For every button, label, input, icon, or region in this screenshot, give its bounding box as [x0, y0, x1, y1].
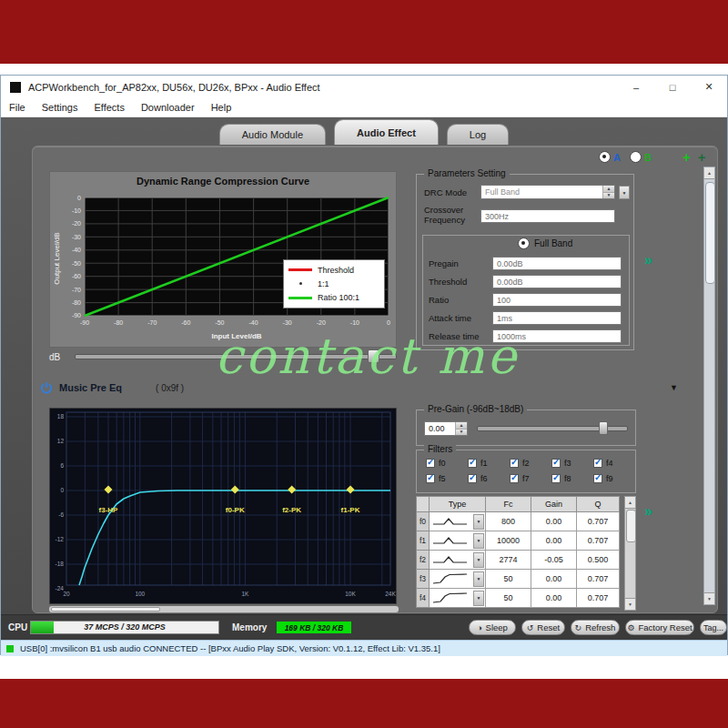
filter-checkbox-f4[interactable]: f4: [593, 459, 635, 468]
dropdown-arrow-icon[interactable]: [473, 533, 484, 549]
filter-type-dropdown-f2[interactable]: [430, 551, 486, 570]
fc-cell-f4[interactable]: 50: [486, 589, 531, 608]
checkbox-icon[interactable]: [551, 459, 561, 468]
svg-text:6: 6: [60, 462, 64, 469]
menu-help[interactable]: Help: [203, 102, 240, 113]
q-cell-f1[interactable]: 0.707: [577, 531, 620, 551]
fc-cell-f3[interactable]: 50: [486, 570, 531, 589]
checkbox-icon[interactable]: [593, 459, 602, 468]
add-preset-icon[interactable]: +: [682, 152, 691, 162]
filter-checkbox-f7[interactable]: f7: [510, 474, 551, 483]
add-preset-secondary-icon[interactable]: +: [698, 152, 706, 162]
gain-cell-f4[interactable]: 0.00: [531, 589, 577, 608]
checkbox-icon[interactable]: [593, 474, 602, 483]
table-scrollbar-thumb[interactable]: [626, 510, 636, 542]
svg-text:-80: -80: [114, 319, 123, 326]
filter-type-dropdown-f0[interactable]: [430, 512, 486, 531]
table-scroll-down-icon[interactable]: [625, 598, 635, 610]
gain-cell-f2[interactable]: -0.05: [531, 551, 577, 570]
minimize-button[interactable]: –: [618, 76, 654, 98]
drc-db-slider-handle[interactable]: [368, 349, 379, 363]
sleep-button[interactable]: ◑ Sleep: [469, 620, 516, 635]
table-scrollbar[interactable]: [624, 496, 636, 611]
checkbox-icon[interactable]: [426, 474, 435, 483]
dropdown-arrow-icon[interactable]: [473, 514, 484, 530]
pre-gain-slider[interactable]: [477, 426, 628, 431]
drc-mode-down-icon[interactable]: [603, 192, 614, 199]
drc-db-slider[interactable]: [75, 354, 397, 359]
filter-type-dropdown-f3[interactable]: [430, 570, 486, 589]
panel-scrollbar-thumb[interactable]: [705, 182, 715, 284]
menu-settings[interactable]: Settings: [34, 102, 86, 113]
checkbox-icon[interactable]: [510, 459, 519, 468]
drc-mode-spinner[interactable]: Full Band: [480, 185, 615, 199]
fc-cell-f2[interactable]: 2774: [486, 551, 531, 570]
q-cell-f2[interactable]: 0.500: [577, 551, 620, 570]
filter-checkbox-f3[interactable]: f3: [551, 459, 593, 468]
release-time-input[interactable]: 1000ms: [492, 329, 622, 343]
pre-gain-slider-handle[interactable]: [599, 421, 608, 435]
checkbox-icon[interactable]: [551, 474, 561, 483]
filter-checkbox-f5[interactable]: f5: [426, 474, 468, 483]
title-bar[interactable]: ACPWorkbench_for_AP82xx, DU56x, DU26x, B…: [1, 76, 727, 98]
fc-cell-f0[interactable]: 800: [486, 512, 531, 531]
filter-checkbox-f9[interactable]: f9: [593, 474, 635, 483]
filter-type-dropdown-f4[interactable]: [430, 589, 486, 608]
panel-scrollbar[interactable]: [703, 167, 715, 605]
panel-scroll-up-icon[interactable]: [704, 167, 714, 179]
checkbox-icon[interactable]: [468, 474, 477, 483]
dropdown-arrow-icon[interactable]: [473, 571, 484, 587]
menu-file[interactable]: File: [1, 102, 34, 113]
crossover-frequency-input[interactable]: 300Hz: [480, 209, 615, 223]
filter-checkbox-f2[interactable]: f2: [510, 459, 551, 468]
filter-checkbox-f0[interactable]: f0: [426, 459, 468, 468]
ratio-input[interactable]: 100: [492, 293, 622, 307]
tab-audio-effect[interactable]: Audio Effect: [334, 119, 439, 145]
panel-scroll-down-icon[interactable]: [704, 592, 714, 604]
factory-reset-button[interactable]: ⚙ Factory Reset: [625, 620, 694, 635]
eq-horizontal-scrollbar[interactable]: [49, 606, 399, 612]
gain-cell-f0[interactable]: 0.00: [531, 512, 577, 531]
eq-expand-button[interactable]: »: [644, 503, 651, 520]
pre-gain-down-icon[interactable]: [456, 429, 467, 436]
fc-cell-f1[interactable]: 10000: [486, 531, 531, 551]
filter-checkbox-f8[interactable]: f8: [551, 474, 593, 483]
tab-log[interactable]: Log: [447, 124, 509, 145]
dropdown-arrow-icon[interactable]: [473, 552, 484, 568]
filter-checkbox-f6[interactable]: f6: [468, 474, 510, 483]
attack-time-input[interactable]: 1ms: [492, 311, 622, 325]
power-icon[interactable]: [40, 381, 53, 394]
menu-effects[interactable]: Effects: [86, 102, 132, 113]
menu-downloader[interactable]: Downloader: [133, 102, 203, 113]
q-cell-f4[interactable]: 0.707: [577, 589, 620, 608]
table-scroll-up-icon[interactable]: [625, 497, 635, 509]
full-band-radio[interactable]: [518, 238, 530, 249]
q-cell-f3[interactable]: 0.707: [577, 570, 620, 589]
drc-mode-combo-button[interactable]: [619, 186, 630, 199]
svg-text:0: 0: [60, 487, 64, 493]
close-button[interactable]: ✕: [691, 76, 727, 98]
collapse-section-icon[interactable]: ▼: [670, 383, 678, 392]
gain-cell-f1[interactable]: 0.00: [531, 531, 577, 551]
checkbox-icon[interactable]: [426, 459, 435, 468]
pre-gain-spinner[interactable]: 0.00: [424, 421, 468, 436]
reset-button[interactable]: ↺ Reset: [521, 620, 565, 635]
q-cell-f0[interactable]: 0.707: [577, 512, 620, 531]
checkbox-icon[interactable]: [468, 459, 477, 468]
drc-expand-button[interactable]: »: [644, 252, 651, 268]
pregain-input[interactable]: 0.00dB: [492, 257, 622, 270]
filter-type-dropdown-f1[interactable]: [430, 531, 486, 551]
drc-chart-title: Dynamic Range Compression Curve: [50, 172, 396, 190]
gain-cell-f3[interactable]: 0.00: [531, 570, 577, 589]
dropdown-arrow-icon[interactable]: [473, 591, 484, 606]
checkbox-icon[interactable]: [510, 474, 519, 483]
tag-button[interactable]: Tag...: [700, 620, 727, 635]
eq-horizontal-scrollbar-thumb[interactable]: [51, 607, 160, 612]
refresh-button[interactable]: ↻ Refresh: [571, 620, 620, 635]
preset-b-radio[interactable]: [630, 151, 642, 163]
preset-a-radio[interactable]: [599, 151, 611, 163]
maximize-button[interactable]: □: [654, 76, 691, 98]
threshold-input[interactable]: 0.00dB: [492, 275, 622, 288]
tab-audio-module[interactable]: Audio Module: [219, 124, 326, 145]
filter-checkbox-f1[interactable]: f1: [468, 459, 510, 468]
